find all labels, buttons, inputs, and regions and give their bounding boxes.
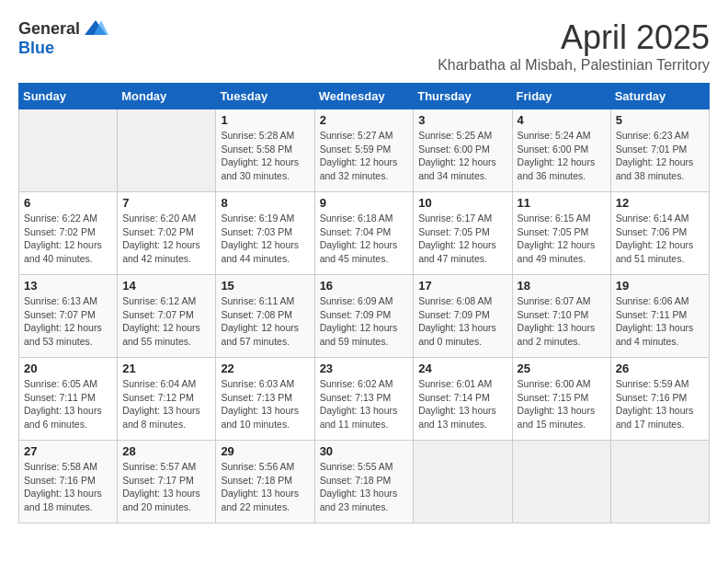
calendar-cell: 14Sunrise: 6:12 AM Sunset: 7:07 PM Dayli…	[118, 275, 216, 358]
day-number: 17	[418, 279, 506, 293]
calendar-cell: 29Sunrise: 5:56 AM Sunset: 7:18 PM Dayli…	[216, 441, 314, 523]
day-number: 20	[24, 362, 112, 375]
calendar-cell: 21Sunrise: 6:04 AM Sunset: 7:12 PM Dayli…	[118, 358, 216, 441]
day-number: 19	[616, 279, 704, 293]
calendar-cell: 16Sunrise: 6:09 AM Sunset: 7:09 PM Dayli…	[314, 275, 414, 358]
column-header-sunday: Sunday	[19, 84, 118, 109]
day-info: Sunrise: 6:13 AM Sunset: 7:07 PM Dayligh…	[24, 294, 112, 349]
logo-general: General	[18, 19, 80, 39]
day-number: 3	[418, 113, 506, 127]
calendar-cell: 8Sunrise: 6:19 AM Sunset: 7:03 PM Daylig…	[216, 192, 314, 275]
day-number: 6	[24, 196, 112, 210]
day-info: Sunrise: 6:17 AM Sunset: 7:05 PM Dayligh…	[418, 212, 506, 266]
day-info: Sunrise: 6:23 AM Sunset: 7:01 PM Dayligh…	[616, 129, 704, 183]
calendar-cell: 23Sunrise: 6:02 AM Sunset: 7:13 PM Dayli…	[314, 358, 414, 441]
day-info: Sunrise: 5:24 AM Sunset: 6:00 PM Dayligh…	[518, 129, 606, 183]
day-number: 22	[221, 362, 309, 375]
day-info: Sunrise: 6:02 AM Sunset: 7:13 PM Dayligh…	[320, 377, 409, 431]
calendar-cell	[610, 441, 709, 523]
day-info: Sunrise: 6:00 AM Sunset: 7:15 PM Dayligh…	[518, 377, 606, 431]
day-number: 28	[122, 444, 210, 458]
calendar-cell: 4Sunrise: 5:24 AM Sunset: 6:00 PM Daylig…	[512, 109, 610, 192]
calendar-cell: 18Sunrise: 6:07 AM Sunset: 7:10 PM Dayli…	[512, 275, 610, 358]
day-info: Sunrise: 6:05 AM Sunset: 7:11 PM Dayligh…	[24, 377, 112, 431]
calendar-cell: 19Sunrise: 6:06 AM Sunset: 7:11 PM Dayli…	[610, 275, 709, 358]
column-header-saturday: Saturday	[610, 84, 709, 109]
day-number: 1	[221, 113, 309, 127]
calendar-cell: 1Sunrise: 5:28 AM Sunset: 5:58 PM Daylig…	[216, 109, 314, 192]
day-info: Sunrise: 5:28 AM Sunset: 5:58 PM Dayligh…	[221, 129, 309, 183]
calendar-cell: 5Sunrise: 6:23 AM Sunset: 7:01 PM Daylig…	[610, 109, 709, 192]
day-number: 25	[518, 362, 606, 375]
day-info: Sunrise: 5:56 AM Sunset: 7:18 PM Dayligh…	[221, 460, 309, 514]
day-number: 4	[518, 113, 606, 127]
day-number: 10	[418, 196, 506, 210]
calendar-cell: 17Sunrise: 6:08 AM Sunset: 7:09 PM Dayli…	[414, 275, 512, 358]
day-number: 2	[320, 113, 409, 127]
column-header-wednesday: Wednesday	[314, 84, 414, 109]
day-number: 7	[122, 196, 210, 210]
calendar-cell: 24Sunrise: 6:01 AM Sunset: 7:14 PM Dayli…	[414, 358, 512, 441]
calendar-cell: 3Sunrise: 5:25 AM Sunset: 6:00 PM Daylig…	[414, 109, 512, 192]
day-number: 29	[221, 444, 309, 458]
day-info: Sunrise: 6:03 AM Sunset: 7:13 PM Dayligh…	[221, 377, 309, 431]
day-number: 13	[24, 279, 112, 293]
calendar-cell: 9Sunrise: 6:18 AM Sunset: 7:04 PM Daylig…	[314, 192, 414, 275]
day-info: Sunrise: 5:58 AM Sunset: 7:16 PM Dayligh…	[24, 460, 112, 514]
day-number: 9	[320, 196, 409, 210]
day-info: Sunrise: 6:01 AM Sunset: 7:14 PM Dayligh…	[418, 377, 506, 431]
day-info: Sunrise: 5:55 AM Sunset: 7:18 PM Dayligh…	[320, 460, 409, 514]
calendar-cell: 28Sunrise: 5:57 AM Sunset: 7:17 PM Dayli…	[118, 441, 216, 523]
day-number: 30	[320, 444, 409, 458]
day-number: 8	[221, 196, 309, 210]
column-header-friday: Friday	[512, 84, 610, 109]
day-number: 5	[616, 113, 704, 127]
calendar-cell	[414, 441, 512, 523]
day-info: Sunrise: 6:06 AM Sunset: 7:11 PM Dayligh…	[616, 294, 704, 349]
header: General Blue April 2025 Kharbatha al Mis…	[18, 18, 710, 74]
day-number: 26	[616, 362, 704, 375]
day-info: Sunrise: 6:08 AM Sunset: 7:09 PM Dayligh…	[418, 294, 506, 349]
day-number: 21	[122, 362, 210, 375]
day-info: Sunrise: 6:11 AM Sunset: 7:08 PM Dayligh…	[221, 294, 309, 349]
column-header-tuesday: Tuesday	[216, 84, 314, 109]
day-info: Sunrise: 6:09 AM Sunset: 7:09 PM Dayligh…	[320, 294, 409, 349]
day-number: 12	[616, 196, 704, 210]
calendar-cell: 22Sunrise: 6:03 AM Sunset: 7:13 PM Dayli…	[216, 358, 314, 441]
day-info: Sunrise: 5:57 AM Sunset: 7:17 PM Dayligh…	[122, 460, 210, 514]
logo-blue: Blue	[18, 39, 54, 58]
calendar-cell: 13Sunrise: 6:13 AM Sunset: 7:07 PM Dayli…	[19, 275, 118, 358]
calendar-cell: 12Sunrise: 6:14 AM Sunset: 7:06 PM Dayli…	[610, 192, 709, 275]
title-area: April 2025 Kharbatha al Misbah, Palestin…	[438, 18, 710, 74]
day-number: 16	[320, 279, 409, 293]
day-info: Sunrise: 5:59 AM Sunset: 7:16 PM Dayligh…	[616, 377, 704, 431]
day-number: 27	[24, 444, 112, 458]
logo-icon	[83, 18, 108, 39]
day-info: Sunrise: 6:20 AM Sunset: 7:02 PM Dayligh…	[122, 212, 210, 266]
day-info: Sunrise: 6:18 AM Sunset: 7:04 PM Dayligh…	[320, 212, 409, 266]
calendar-cell: 15Sunrise: 6:11 AM Sunset: 7:08 PM Dayli…	[216, 275, 314, 358]
day-number: 18	[518, 279, 606, 293]
column-header-monday: Monday	[118, 84, 216, 109]
day-info: Sunrise: 6:19 AM Sunset: 7:03 PM Dayligh…	[221, 212, 309, 266]
calendar-cell: 11Sunrise: 6:15 AM Sunset: 7:05 PM Dayli…	[512, 192, 610, 275]
day-info: Sunrise: 6:22 AM Sunset: 7:02 PM Dayligh…	[24, 212, 112, 266]
calendar-cell	[19, 109, 118, 192]
column-header-thursday: Thursday	[414, 84, 512, 109]
day-number: 23	[320, 362, 409, 375]
day-info: Sunrise: 6:12 AM Sunset: 7:07 PM Dayligh…	[122, 294, 210, 349]
day-info: Sunrise: 6:04 AM Sunset: 7:12 PM Dayligh…	[122, 377, 210, 431]
calendar-cell	[512, 441, 610, 523]
calendar-cell: 25Sunrise: 6:00 AM Sunset: 7:15 PM Dayli…	[512, 358, 610, 441]
day-info: Sunrise: 6:14 AM Sunset: 7:06 PM Dayligh…	[616, 212, 704, 266]
day-info: Sunrise: 5:27 AM Sunset: 5:59 PM Dayligh…	[320, 129, 409, 183]
calendar-cell: 20Sunrise: 6:05 AM Sunset: 7:11 PM Dayli…	[19, 358, 118, 441]
calendar-cell: 30Sunrise: 5:55 AM Sunset: 7:18 PM Dayli…	[314, 441, 414, 523]
calendar-cell: 26Sunrise: 5:59 AM Sunset: 7:16 PM Dayli…	[610, 358, 709, 441]
day-number: 24	[418, 362, 506, 375]
day-info: Sunrise: 6:15 AM Sunset: 7:05 PM Dayligh…	[518, 212, 606, 266]
day-number: 14	[122, 279, 210, 293]
calendar: SundayMondayTuesdayWednesdayThursdayFrid…	[18, 83, 710, 523]
calendar-cell: 6Sunrise: 6:22 AM Sunset: 7:02 PM Daylig…	[19, 192, 118, 275]
calendar-cell: 27Sunrise: 5:58 AM Sunset: 7:16 PM Dayli…	[19, 441, 118, 523]
